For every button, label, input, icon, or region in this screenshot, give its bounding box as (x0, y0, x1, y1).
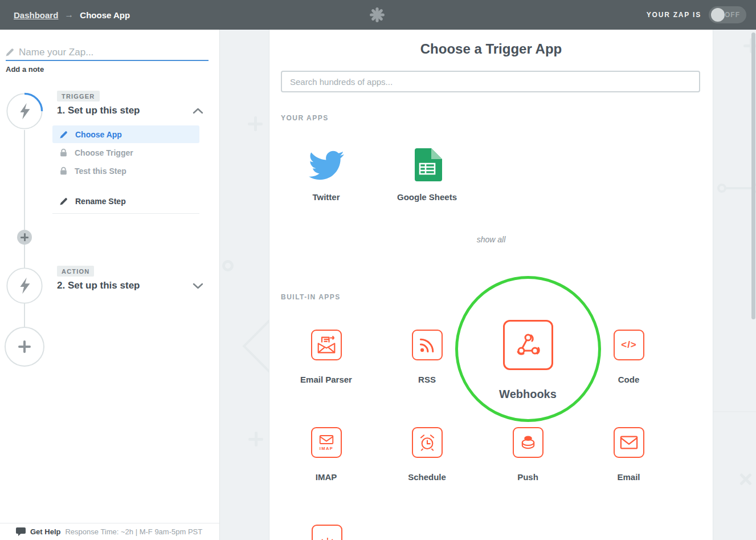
help-response-time: Response Time: ~2h | M-F 9am-5pm PST (65, 527, 202, 536)
trigger-step-title: 1. Set up this step (57, 105, 140, 116)
trigger-step-circle[interactable] (6, 92, 43, 130)
lock-icon (60, 148, 67, 157)
toggle-state-label: OFF (725, 11, 740, 19)
zap-status: YOUR ZAP IS OFF (647, 0, 746, 30)
app-tile-rss[interactable] (412, 330, 443, 360)
app-label-schedule[interactable]: Schedule (377, 472, 477, 482)
trigger-badge: TRIGGER (57, 91, 100, 101)
your-apps-label: YOUR APPS (281, 114, 329, 122)
help-bar: Get Help Response Time: ~2h | M-F 9am-5p… (0, 523, 219, 540)
sidebar-item-test-this-step[interactable]: Test this Step (52, 162, 199, 180)
show-all-link[interactable]: show all (269, 235, 713, 244)
menu-item-label: Rename Step (75, 197, 126, 206)
app-tile-webhooks[interactable] (503, 320, 553, 370)
app-label-email-parser[interactable]: Email Parser (276, 375, 377, 384)
get-help-link[interactable]: Get Help (30, 527, 60, 536)
chevron-up-icon[interactable] (193, 108, 203, 114)
insert-step-button[interactable] (17, 230, 32, 245)
sidebar-item-rename-step[interactable]: Rename Step (52, 192, 199, 210)
chevron-down-icon[interactable] (193, 283, 203, 289)
zap-status-label: YOUR ZAP IS (647, 11, 701, 19)
code-icon: </> (621, 339, 637, 351)
twitter-icon[interactable] (309, 151, 344, 180)
app-search-input[interactable] (281, 71, 700, 92)
zap-name-input[interactable] (19, 47, 209, 58)
canvas-connector-decoration (717, 181, 756, 195)
action-step-title: 2. Set up this step (57, 280, 140, 291)
zap-name-row (6, 47, 209, 61)
vertical-scrollbar[interactable] (751, 33, 755, 319)
push-icon (518, 433, 538, 452)
imap-icon (319, 435, 334, 445)
canvas-plus-decoration (248, 116, 263, 131)
add-note-link[interactable]: Add a note (6, 65, 44, 74)
breadcrumb: Dashboard → Choose App (14, 0, 130, 30)
step-sidebar: Add a note TRIGGER 1. Set up this step (0, 30, 220, 540)
app-tile-email[interactable] (614, 427, 644, 458)
app-label-google-sheets[interactable]: Google Sheets (377, 192, 477, 202)
sidebar-item-choose-app[interactable]: Choose App (52, 125, 199, 143)
app-label-code[interactable]: Code (578, 375, 679, 384)
app-label-push[interactable]: Push (477, 472, 578, 482)
lock-icon (60, 167, 67, 175)
breadcrumb-current-page: Choose App (80, 10, 130, 20)
app-tile-partial[interactable] (312, 525, 342, 540)
sun-icon (317, 538, 337, 540)
canvas-line-decoration (713, 411, 756, 412)
rss-icon (418, 336, 436, 354)
zap-on-off-toggle[interactable]: OFF (709, 6, 746, 23)
email-parser-icon (316, 335, 337, 355)
built-in-apps-label: BUILT-IN APPS (281, 293, 341, 301)
app-tile-push[interactable] (513, 427, 543, 458)
action-step-circle[interactable] (6, 267, 43, 304)
action-badge: ACTION (57, 266, 94, 277)
breadcrumb-arrow-icon: → (64, 10, 73, 20)
canvas-plus-decoration (248, 432, 263, 446)
app-label-rss[interactable]: RSS (377, 375, 477, 384)
toggle-knob[interactable] (711, 8, 725, 22)
sidebar-item-choose-trigger[interactable]: Choose Trigger (52, 144, 199, 161)
webhook-icon (513, 330, 543, 360)
app-label-imap[interactable]: IMAP (276, 472, 377, 482)
imap-icon-text: IMAP (320, 446, 334, 451)
app-label-email[interactable]: Email (578, 472, 679, 482)
speech-bubble-icon (16, 527, 26, 536)
menu-item-label: Test this Step (75, 167, 126, 176)
pencil-icon (6, 48, 14, 56)
menu-divider (52, 213, 199, 214)
canvas-ring-decoration (222, 260, 234, 271)
panel-title: Choose a Trigger App (269, 41, 713, 57)
app-tile-email-parser[interactable] (311, 330, 342, 360)
google-sheets-icon[interactable] (412, 148, 442, 181)
pencil-icon (60, 197, 68, 205)
canvas-x-decoration (738, 472, 753, 486)
schedule-icon (418, 433, 437, 452)
app-tile-imap[interactable]: IMAP (311, 427, 342, 458)
zap-editor-page: Dashboard → Choose App YOUR ZAP IS OFF (0, 0, 756, 540)
menu-item-label: Choose Trigger (75, 148, 133, 157)
breadcrumb-dashboard-link[interactable]: Dashboard (14, 10, 58, 20)
pencil-icon (60, 131, 68, 139)
trigger-step-menu: Choose App Choose Trigger Test this Step (52, 125, 199, 214)
menu-item-label: Choose App (75, 130, 122, 139)
email-icon (620, 435, 638, 450)
add-step-button[interactable] (5, 327, 44, 367)
app-label-webhooks[interactable]: Webhooks (477, 388, 578, 401)
choose-app-panel: Choose a Trigger App YOUR APPS Twitter G… (269, 30, 713, 540)
zapier-logo-icon[interactable] (369, 6, 386, 23)
app-tile-schedule[interactable] (412, 427, 443, 458)
app-tile-code[interactable]: </> (614, 330, 644, 360)
app-label-twitter[interactable]: Twitter (276, 192, 377, 202)
topbar: Dashboard → Choose App YOUR ZAP IS OFF (0, 0, 756, 30)
